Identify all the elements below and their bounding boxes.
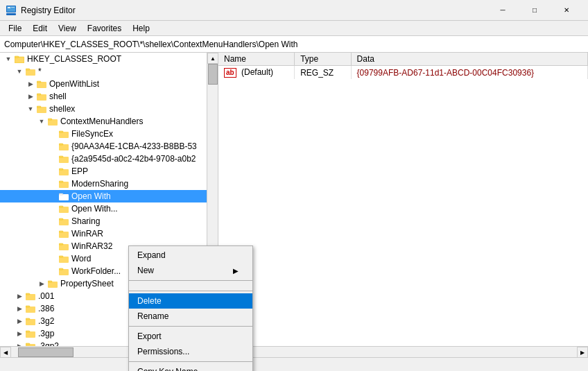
expand-icon[interactable]: ▶ bbox=[36, 278, 47, 289]
window-title: Registry Editor bbox=[21, 6, 487, 15]
folder-icon bbox=[47, 116, 58, 127]
ctx-find[interactable] bbox=[129, 283, 252, 288]
ctx-copy-key-name[interactable]: Copy Key Name bbox=[129, 364, 252, 371]
address-bar: Computer\HKEY_CLASSES_ROOT\*\shellex\Con… bbox=[0, 36, 588, 53]
svg-rect-21 bbox=[59, 144, 63, 145]
type-icon-ab: ab bbox=[224, 68, 236, 78]
menu-view[interactable]: View bbox=[53, 22, 82, 35]
ctx-delete[interactable]: Delete bbox=[129, 293, 252, 309]
svg-rect-34 bbox=[59, 232, 69, 238]
expand-icon[interactable]: ▶ bbox=[14, 316, 25, 327]
tree-item[interactable]: Sharing bbox=[0, 215, 207, 227]
expand-placeholder bbox=[47, 253, 58, 264]
folder-icon bbox=[25, 66, 36, 77]
expand-icon[interactable]: ▼ bbox=[25, 103, 36, 114]
tree-item[interactable]: ▶ FileSyncEx bbox=[0, 128, 207, 140]
expand-icon[interactable]: ▼ bbox=[36, 116, 47, 127]
app-icon bbox=[6, 5, 17, 16]
folder-icon bbox=[25, 316, 36, 327]
svg-rect-13 bbox=[37, 94, 41, 95]
svg-rect-27 bbox=[59, 181, 63, 182]
scroll-thumb[interactable] bbox=[208, 64, 218, 85]
svg-rect-7 bbox=[15, 56, 19, 58]
tree-item[interactable]: WinRAR bbox=[0, 227, 207, 240]
tree-item[interactable]: EPP bbox=[0, 165, 207, 178]
expand-icon[interactable]: ▼ bbox=[3, 53, 14, 64]
svg-rect-36 bbox=[59, 244, 69, 250]
folder-icon bbox=[58, 266, 69, 277]
folder-icon bbox=[36, 91, 47, 102]
svg-rect-23 bbox=[59, 156, 63, 157]
ctx-new[interactable]: New ▶ bbox=[129, 263, 252, 278]
folder-icon bbox=[58, 228, 69, 239]
tree-label: ContextMenuHandlers bbox=[60, 117, 143, 126]
col-type: Type bbox=[295, 53, 351, 66]
svg-rect-40 bbox=[59, 269, 69, 275]
tree-label: Open With... bbox=[71, 204, 118, 214]
expand-icon[interactable]: ▼ bbox=[14, 66, 25, 77]
ctx-permissions[interactable]: Permissions... bbox=[129, 344, 252, 359]
right-panel: Name Type Data ab (Default) REG_SZ {0979… bbox=[218, 53, 588, 357]
folder-icon bbox=[25, 328, 36, 339]
ctx-separator-3 bbox=[129, 326, 252, 327]
tree-item[interactable]: ▼ ContextMenuHandlers bbox=[0, 115, 207, 128]
tree-label: .3g2 bbox=[38, 316, 54, 326]
tree-label: Word bbox=[71, 254, 91, 264]
right-horizontal-scrollbar[interactable]: ◀ ▶ bbox=[218, 346, 588, 357]
menu-file[interactable]: File bbox=[3, 22, 27, 35]
svg-rect-5 bbox=[15, 57, 24, 63]
folder-icon bbox=[58, 241, 69, 252]
expand-icon[interactable]: ▶ bbox=[14, 303, 25, 314]
ctx-expand[interactable]: Expand bbox=[129, 248, 252, 263]
maximize-button[interactable]: □ bbox=[519, 0, 551, 21]
ctx-export[interactable]: Export bbox=[129, 329, 252, 344]
tree-item[interactable]: ▼ * bbox=[0, 65, 207, 78]
svg-rect-45 bbox=[26, 293, 30, 295]
svg-rect-47 bbox=[26, 306, 30, 307]
h-scroll-thumb[interactable] bbox=[18, 347, 74, 357]
tree-item[interactable]: ▶ OpenWithList bbox=[0, 78, 207, 90]
h-scroll-track-right[interactable] bbox=[230, 347, 577, 357]
scroll-left-button[interactable]: ◀ bbox=[0, 347, 11, 357]
expand-placeholder bbox=[47, 141, 58, 152]
svg-rect-26 bbox=[59, 182, 69, 188]
col-name: Name bbox=[218, 53, 295, 66]
svg-rect-14 bbox=[37, 107, 46, 113]
menu-edit[interactable]: Edit bbox=[27, 22, 53, 35]
tree-label-selected: Open With bbox=[71, 191, 111, 201]
address-path: Computer\HKEY_CLASSES_ROOT\*\shellex\Con… bbox=[4, 40, 584, 49]
tree-item[interactable]: ▼ HKEY_CLASSES_ROOT bbox=[0, 53, 207, 65]
expand-icon[interactable]: ▶ bbox=[14, 291, 25, 302]
tree-item-open-with[interactable]: Open With bbox=[0, 190, 207, 202]
minimize-button[interactable]: ─ bbox=[487, 0, 519, 21]
folder-icon bbox=[58, 216, 69, 227]
menu-favorites[interactable]: Favorites bbox=[82, 22, 127, 35]
tree-item[interactable]: Open With... bbox=[0, 202, 207, 215]
folder-icon bbox=[58, 141, 69, 152]
tree-label: .386 bbox=[38, 304, 54, 313]
context-menu: Expand New ▶ Delete Rename Export Permis… bbox=[128, 245, 253, 371]
expand-icon[interactable]: ▶ bbox=[25, 91, 36, 102]
tree-label: WinRAR32 bbox=[71, 241, 112, 251]
expand-icon[interactable]: ▶ bbox=[14, 328, 25, 339]
menu-help[interactable]: Help bbox=[127, 22, 155, 35]
tree-item[interactable]: {90AA3A4E-1CBA-4233-B8BB-53 bbox=[0, 140, 207, 153]
tree-item[interactable]: {a2a9545d-a0c2-42b4-9708-a0b2 bbox=[0, 153, 207, 165]
svg-rect-38 bbox=[59, 257, 69, 263]
expand-icon[interactable]: ▶ bbox=[25, 78, 36, 89]
tree-label: {a2a9545d-a0c2-42b4-9708-a0b2 bbox=[71, 154, 196, 164]
tree-item[interactable]: ▶ shell bbox=[0, 90, 207, 103]
tree-item[interactable]: ModernSharing bbox=[0, 178, 207, 190]
svg-rect-2 bbox=[8, 7, 10, 8]
svg-rect-10 bbox=[37, 82, 46, 88]
ctx-rename[interactable]: Rename bbox=[129, 309, 252, 324]
close-button[interactable]: ✕ bbox=[551, 0, 582, 21]
folder-icon-selected bbox=[58, 191, 69, 202]
folder-icon bbox=[58, 128, 69, 139]
scroll-right-button-right[interactable]: ▶ bbox=[577, 347, 588, 357]
scroll-up-button[interactable]: ▲ bbox=[207, 53, 218, 64]
ctx-separator-4 bbox=[129, 361, 252, 362]
tree-item[interactable]: ▼ shellex bbox=[0, 103, 207, 115]
table-row[interactable]: ab (Default) REG_SZ {09799AFB-AD67-11d1-… bbox=[218, 66, 588, 80]
expand-placeholder bbox=[47, 228, 58, 239]
